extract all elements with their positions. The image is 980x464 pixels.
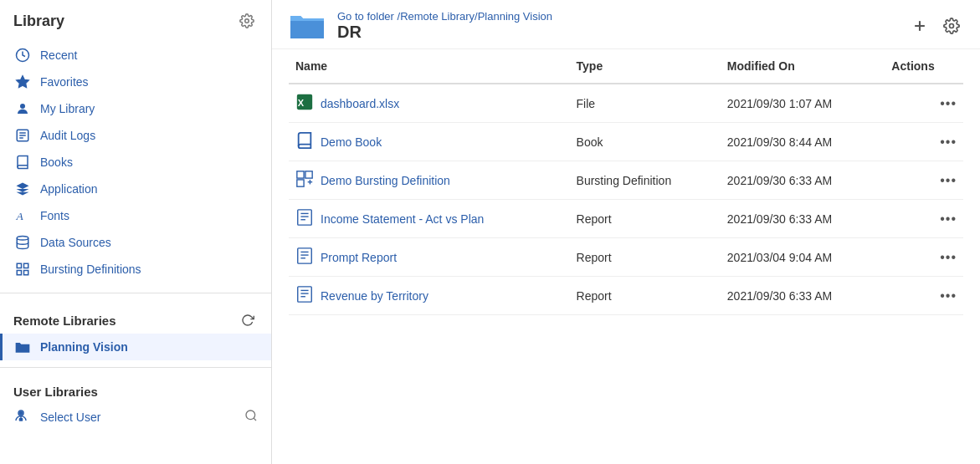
sidebar-item-books-label: Books <box>40 156 73 169</box>
table-row: X dashboard.xlsx File 2021/09/30 1:07 AM… <box>289 84 963 123</box>
sidebar-item-recent-label: Recent <box>40 48 77 62</box>
user-libraries-title: User Libraries <box>13 385 98 399</box>
svg-point-15 <box>20 412 23 415</box>
library-settings-button[interactable] <box>236 10 258 32</box>
user-lib-select-user[interactable]: Select User <box>0 402 271 431</box>
breadcrumb-area: Go to folder /Remote Library/Planning Vi… <box>337 10 552 42</box>
star-icon <box>13 74 32 89</box>
bursting-icon <box>13 262 32 277</box>
svg-marker-2 <box>17 76 29 88</box>
sidebar-item-audit-logs[interactable]: Audit Logs <box>0 122 271 149</box>
file-name-link-4[interactable]: Prompt Report <box>321 251 397 264</box>
sidebar-item-books[interactable]: Books <box>0 149 271 176</box>
table-row: Prompt Report Report 2021/03/04 9:04 AM … <box>289 238 963 277</box>
sidebar-item-bursting-definitions[interactable]: Bursting Definitions <box>0 256 271 283</box>
report-file-icon <box>295 285 314 306</box>
table-container: Name Type Modified On Actions X dashboar… <box>272 49 980 464</box>
file-modified-cell-4: 2021/03/04 9:04 AM <box>721 238 885 277</box>
svg-rect-26 <box>305 171 312 178</box>
remote-libraries-title: Remote Libraries <box>13 314 116 328</box>
plus-icon <box>911 18 928 34</box>
svg-rect-27 <box>297 180 304 186</box>
cube-icon <box>13 181 32 196</box>
row-actions-button-0[interactable]: ••• <box>940 96 957 111</box>
sidebar-item-planning-vision[interactable]: Planning Vision <box>0 334 271 360</box>
library-title: Library <box>13 13 64 30</box>
sidebar-item-fonts[interactable]: A Fonts <box>0 202 271 229</box>
file-name-cell-3: Income Statement - Act vs Plan <box>289 200 570 238</box>
excel-file-icon: X <box>295 93 314 114</box>
svg-rect-13 <box>24 271 28 275</box>
svg-rect-10 <box>17 263 21 268</box>
file-actions-cell-4: ••• <box>885 238 963 277</box>
sidebar-item-my-library-label: My Library <box>40 102 95 115</box>
sidebar-item-favorites[interactable]: Favorites <box>0 69 271 95</box>
settings-button[interactable] <box>940 14 963 38</box>
book-file-icon <box>295 131 314 152</box>
file-name-link-3[interactable]: Income Statement - Act vs Plan <box>321 212 484 226</box>
files-table: Name Type Modified On Actions X dashboar… <box>289 49 963 315</box>
file-name-cell-0: X dashboard.xlsx <box>289 84 570 123</box>
refresh-icon <box>241 314 254 327</box>
breadcrumb-link[interactable]: Go to folder /Remote Library/Planning Vi… <box>337 10 552 23</box>
svg-point-22 <box>950 24 954 28</box>
main-header: Go to folder /Remote Library/Planning Vi… <box>272 0 980 49</box>
file-name-link-1[interactable]: Demo Book <box>321 135 382 149</box>
svg-point-3 <box>20 104 25 109</box>
file-type-cell-1: Book <box>570 123 721 161</box>
sidebar-item-my-library[interactable]: My Library <box>0 95 271 122</box>
col-actions: Actions <box>885 49 963 84</box>
file-name-link-5[interactable]: Revenue by Territory <box>321 289 428 303</box>
select-user-label: Select User <box>40 410 100 424</box>
folder-icon <box>13 339 32 354</box>
folder-large-icon <box>289 11 326 41</box>
row-actions-button-2[interactable]: ••• <box>940 173 957 188</box>
row-actions-button-4[interactable]: ••• <box>940 250 957 265</box>
report-file-icon <box>295 247 314 268</box>
list-icon <box>13 128 32 143</box>
row-actions-button-1[interactable]: ••• <box>940 135 957 150</box>
sidebar-item-favorites-label: Favorites <box>40 75 89 89</box>
user-icon <box>13 101 32 116</box>
sidebar-header: Library <box>0 0 271 38</box>
main-header-left: Go to folder /Remote Library/Planning Vi… <box>289 10 552 42</box>
col-modified: Modified On <box>721 49 885 84</box>
search-icon <box>244 409 258 425</box>
sidebar-item-recent[interactable]: Recent <box>0 42 271 69</box>
svg-rect-11 <box>24 263 28 268</box>
file-actions-cell-0: ••• <box>885 84 963 123</box>
row-actions-button-5[interactable]: ••• <box>940 288 957 303</box>
sidebar-item-audit-logs-label: Audit Logs <box>40 129 95 142</box>
lock-user-icon <box>13 408 32 426</box>
report-file-icon <box>295 208 314 229</box>
book-icon <box>13 155 32 170</box>
divider-2 <box>0 367 271 368</box>
file-modified-cell-1: 2021/09/30 8:44 AM <box>721 123 885 161</box>
table-row: Demo Book Book 2021/09/30 8:44 AM ••• <box>289 123 963 161</box>
gear-icon <box>239 13 254 28</box>
sidebar-nav: Recent Favorites My Library <box>0 38 271 286</box>
col-name: Name <box>289 49 570 84</box>
svg-point-9 <box>17 237 28 241</box>
file-actions-cell-3: ••• <box>885 200 963 238</box>
file-modified-cell-3: 2021/09/30 6:33 AM <box>721 200 885 238</box>
table-row: Income Statement - Act vs Plan Report 20… <box>289 200 963 238</box>
file-type-cell-2: Bursting Definition <box>570 161 721 200</box>
row-actions-button-3[interactable]: ••• <box>940 212 957 227</box>
sidebar-item-data-sources[interactable]: Data Sources <box>0 229 271 256</box>
main-header-actions <box>908 14 963 38</box>
remote-libraries-refresh-button[interactable] <box>238 310 258 330</box>
svg-rect-38 <box>298 287 312 302</box>
sidebar-item-data-sources-label: Data Sources <box>40 236 111 249</box>
file-name-link-0[interactable]: dashboard.xlsx <box>321 97 399 110</box>
add-button[interactable] <box>908 14 931 38</box>
sidebar-item-planning-vision-label: Planning Vision <box>40 340 128 354</box>
sidebar-item-application[interactable]: Application <box>0 176 271 202</box>
svg-rect-30 <box>298 210 312 225</box>
file-name-link-2[interactable]: Demo Bursting Definition <box>321 174 450 187</box>
file-type-cell-4: Report <box>570 238 721 277</box>
burst-file-icon <box>295 170 314 191</box>
main-content: Go to folder /Remote Library/Planning Vi… <box>272 0 980 464</box>
svg-line-19 <box>254 418 256 421</box>
file-type-cell-3: Report <box>570 200 721 238</box>
